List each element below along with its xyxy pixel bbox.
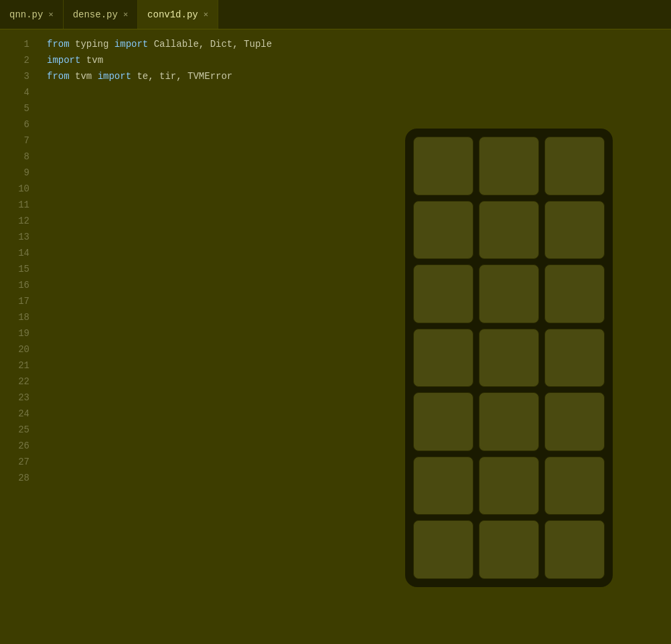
tab-dense[interactable]: dense.py ✕ <box>64 0 138 29</box>
grid-widget[interactable] <box>405 129 613 587</box>
tab-bar: qnn.py ✕ dense.py ✕ conv1d.py ✕ <box>0 0 671 29</box>
grid-cell-1-2[interactable] <box>544 201 605 260</box>
line-num-2: 2 <box>0 52 40 68</box>
line-num-23: 23 <box>0 390 40 406</box>
code-line-2: import tvm <box>47 52 671 68</box>
grid-cell-3-1[interactable] <box>479 329 539 388</box>
line-num-9: 9 <box>0 165 40 181</box>
tab-dense-close[interactable]: ✕ <box>123 11 128 19</box>
tab-qnn-label: qnn.py <box>9 9 43 20</box>
grid-cell-1-0[interactable] <box>413 201 473 260</box>
tab-conv1d-close[interactable]: ✕ <box>204 11 208 19</box>
line-num-22: 22 <box>0 374 40 390</box>
tab-dense-label: dense.py <box>73 9 118 20</box>
line-num-17: 17 <box>0 293 40 309</box>
line-num-26: 26 <box>0 438 40 454</box>
line-num-10: 10 <box>0 181 40 197</box>
line-num-27: 27 <box>0 454 40 470</box>
line-num-20: 20 <box>0 341 40 357</box>
line-num-28: 28 <box>0 470 40 486</box>
line-num-13: 13 <box>0 229 40 245</box>
tab-conv1d[interactable]: conv1d.py ✕ <box>138 0 218 29</box>
grid-cell-4-0[interactable] <box>413 392 473 451</box>
grid-cell-6-1[interactable] <box>479 520 539 579</box>
tab-qnn-close[interactable]: ✕ <box>48 11 53 19</box>
line-num-16: 16 <box>0 277 40 293</box>
grid-cell-3-0[interactable] <box>413 329 473 388</box>
line-num-25: 25 <box>0 422 40 438</box>
line-num-4: 4 <box>0 84 40 100</box>
editor-area: 1 2 3 4 5 6 7 8 9 10 11 12 13 14 15 16 1… <box>0 29 671 644</box>
code-line-1: from typing import Callable, Dict, Tuple <box>47 36 671 52</box>
line-num-6: 6 <box>0 116 40 133</box>
tab-qnn[interactable]: qnn.py ✕ <box>0 0 64 29</box>
line-numbers: 1 2 3 4 5 6 7 8 9 10 11 12 13 14 15 16 1… <box>0 29 40 644</box>
line-num-18: 18 <box>0 309 40 325</box>
line-num-7: 7 <box>0 133 40 149</box>
line-num-24: 24 <box>0 406 40 422</box>
grid-cell-0-1[interactable] <box>479 137 539 195</box>
grid-cell-6-0[interactable] <box>413 520 473 579</box>
grid-cell-5-2[interactable] <box>544 457 605 515</box>
grid-cell-4-1[interactable] <box>479 392 539 451</box>
line-num-3: 3 <box>0 68 40 84</box>
line-num-12: 12 <box>0 213 40 229</box>
tab-conv1d-label: conv1d.py <box>147 9 198 20</box>
grid-cell-2-0[interactable] <box>413 264 473 323</box>
grid-cell-4-2[interactable] <box>544 392 605 451</box>
code-line-4 <box>47 84 671 100</box>
line-num-8: 8 <box>0 149 40 165</box>
line-num-14: 14 <box>0 245 40 261</box>
line-num-19: 19 <box>0 325 40 341</box>
grid-cell-3-2[interactable] <box>544 329 605 388</box>
line-num-1: 1 <box>0 36 40 52</box>
code-line-5 <box>47 100 671 116</box>
grid-cell-0-0[interactable] <box>413 137 473 195</box>
code-line-3: from tvm import te, tir, TVMError <box>47 68 671 84</box>
grid-cell-1-1[interactable] <box>479 201 539 260</box>
line-num-11: 11 <box>0 197 40 213</box>
line-num-21: 21 <box>0 357 40 374</box>
line-num-15: 15 <box>0 261 40 277</box>
line-num-5: 5 <box>0 100 40 116</box>
grid-cell-6-2[interactable] <box>544 520 605 579</box>
grid-cell-5-1[interactable] <box>479 457 539 515</box>
grid-cell-5-0[interactable] <box>413 457 473 515</box>
grid-cell-2-2[interactable] <box>544 264 605 323</box>
grid-cell-0-2[interactable] <box>544 137 605 195</box>
grid-cell-2-1[interactable] <box>479 264 539 323</box>
